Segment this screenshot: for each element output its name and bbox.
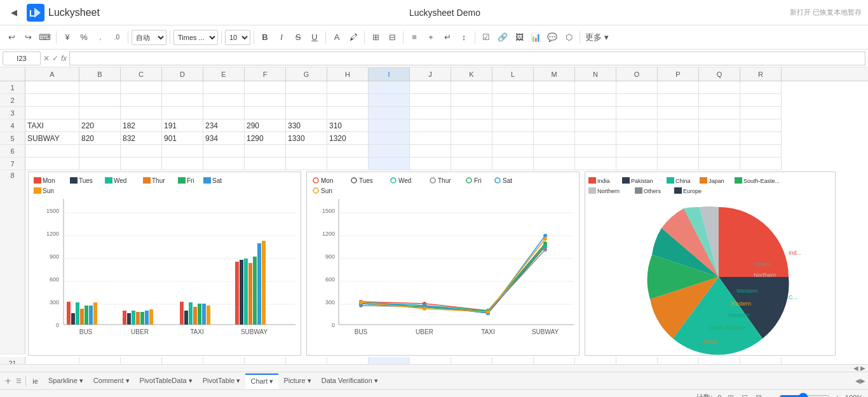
- checkbox-button[interactable]: ☑: [478, 29, 494, 46]
- page-layout-view-button[interactable]: ⊠: [754, 393, 763, 398]
- col-header-L[interactable]: L: [492, 67, 534, 81]
- tab-comment[interactable]: Comment ▾: [88, 373, 135, 389]
- svg-text:Sat: Sat: [503, 177, 512, 184]
- svg-text:300: 300: [325, 299, 335, 306]
- svg-point-66: [391, 178, 396, 183]
- undo-button[interactable]: ↩: [4, 29, 19, 46]
- top-bar-status: 新打开 已恢复本地暂存: [790, 8, 862, 17]
- svg-text:Sat: Sat: [212, 177, 222, 184]
- top-bar-left: ◀ L Luckysheet: [6, 4, 100, 22]
- number-format-select[interactable]: 自动: [132, 30, 166, 45]
- fill-color-button[interactable]: 🖍: [346, 29, 361, 46]
- svg-rect-59: [257, 243, 261, 325]
- formula-input[interactable]: [69, 51, 865, 65]
- underline-button[interactable]: U: [307, 29, 322, 46]
- rotate-button[interactable]: +: [423, 29, 438, 46]
- confirm-icon[interactable]: ✓: [52, 54, 58, 63]
- strikethrough-button[interactable]: S: [290, 29, 306, 46]
- font-size-select[interactable]: 10: [225, 30, 250, 45]
- font-family-select[interactable]: Times ...: [173, 30, 218, 45]
- tab-ie[interactable]: ie: [27, 373, 43, 389]
- svg-text:1500: 1500: [322, 208, 335, 214]
- svg-point-62: [313, 178, 318, 183]
- cell-reference[interactable]: [3, 51, 41, 65]
- percent-button[interactable]: %: [76, 29, 92, 46]
- col-header-N[interactable]: N: [575, 67, 616, 81]
- cancel-icon[interactable]: ✕: [43, 54, 50, 63]
- tab-picture[interactable]: Picture ▾: [278, 373, 316, 389]
- grid-scroll[interactable]: A B C D E F G H I J K L M N O P Q R: [0, 67, 868, 364]
- border-button[interactable]: ⊞: [368, 29, 383, 46]
- grid-inner: A B C D E F G H I J K L M N O P Q R: [0, 67, 868, 364]
- tab-scroll-left[interactable]: ◀: [855, 377, 860, 384]
- svg-point-74: [313, 188, 318, 193]
- image-button[interactable]: 🖼: [512, 29, 527, 46]
- tab-scroll-right[interactable]: ▶: [860, 377, 865, 384]
- svg-point-70: [466, 178, 471, 183]
- col-header-I[interactable]: I: [369, 67, 410, 81]
- back-button[interactable]: ◀: [6, 4, 22, 21]
- align-button[interactable]: ≡: [407, 29, 422, 46]
- horizontal-scrollbar[interactable]: ◀ ▶: [0, 364, 868, 372]
- svg-rect-41: [136, 312, 140, 325]
- add-sheet-button[interactable]: +: [3, 375, 13, 387]
- text-direction-button[interactable]: ↕: [456, 29, 471, 46]
- col-header-Q[interactable]: Q: [699, 67, 740, 81]
- link-button[interactable]: 🔗: [495, 29, 510, 46]
- col-header-F[interactable]: F: [245, 67, 286, 81]
- zoom-out-button[interactable]: −: [768, 393, 773, 398]
- col-header-J[interactable]: J: [410, 67, 451, 81]
- table-row: 7: [0, 158, 868, 170]
- svg-text:Tues: Tues: [79, 177, 93, 184]
- tab-sparkline[interactable]: Sparkline ▾: [43, 373, 88, 389]
- redo-button[interactable]: ↪: [20, 29, 36, 46]
- thousands-button[interactable]: ,: [93, 29, 108, 46]
- tab-dataverification[interactable]: Data Verification ▾: [316, 373, 383, 389]
- separator: [221, 31, 222, 44]
- comment-button[interactable]: 💬: [545, 29, 560, 46]
- wrap-button[interactable]: ↵: [440, 29, 455, 46]
- bar-chart-svg: Mon Tues Wed Thur Fri Sat Sun: [29, 172, 302, 356]
- decimal-button[interactable]: .0: [109, 29, 125, 46]
- svg-rect-56: [244, 259, 248, 325]
- col-header-G[interactable]: G: [286, 67, 327, 81]
- bold-button[interactable]: B: [257, 29, 273, 46]
- normal-view-button[interactable]: ⊞: [726, 393, 735, 398]
- svg-rect-129: [735, 177, 742, 184]
- svg-rect-48: [189, 302, 193, 325]
- bar-chart[interactable]: Mon Tues Wed Thur Fri Sat Sun: [28, 172, 301, 356]
- svg-text:C...: C...: [789, 294, 797, 300]
- tab-pivottabledata[interactable]: PivotTableData ▾: [135, 373, 198, 389]
- more-button[interactable]: 更多 ▾: [583, 29, 611, 46]
- col-header-D[interactable]: D: [162, 67, 203, 81]
- chart-button[interactable]: 📊: [528, 29, 543, 46]
- currency-button[interactable]: ¥: [60, 29, 75, 46]
- svg-text:Europe: Europe: [683, 188, 702, 194]
- tab-chart[interactable]: Chart ▾: [245, 373, 278, 389]
- tab-pivottable[interactable]: PivotTable ▾: [198, 373, 246, 389]
- zoom-slider[interactable]: [779, 393, 830, 398]
- col-header-E[interactable]: E: [203, 67, 245, 81]
- col-header-R[interactable]: R: [740, 67, 782, 81]
- sheet-menu-button[interactable]: ☰: [13, 377, 24, 384]
- line-chart[interactable]: Mon Tues Wed Thur Fri Sat Sun: [306, 172, 580, 356]
- merge-button[interactable]: ⊟: [384, 29, 400, 46]
- col-header-B[interactable]: B: [79, 67, 121, 81]
- format-painter-button[interactable]: ⌨: [37, 29, 53, 46]
- col-header-C[interactable]: C: [121, 67, 162, 81]
- zoom-in-button[interactable]: +: [835, 393, 840, 398]
- col-header-K[interactable]: K: [451, 67, 492, 81]
- tab-separator: [25, 376, 26, 386]
- italic-button[interactable]: I: [274, 29, 289, 46]
- col-header-H[interactable]: H: [327, 67, 369, 81]
- svg-rect-35: [89, 306, 93, 325]
- col-header-M[interactable]: M: [534, 67, 575, 81]
- svg-rect-38: [123, 311, 126, 325]
- page-break-view-button[interactable]: ⊟: [740, 393, 749, 398]
- col-header-A[interactable]: A: [25, 67, 79, 81]
- font-color-button[interactable]: A: [329, 29, 344, 46]
- pie-chart[interactable]: India Pakistan China Japan South-Easte..…: [585, 172, 836, 356]
- col-header-P[interactable]: P: [658, 67, 699, 81]
- col-header-O[interactable]: O: [616, 67, 658, 81]
- shape-button[interactable]: ⬡: [561, 29, 576, 46]
